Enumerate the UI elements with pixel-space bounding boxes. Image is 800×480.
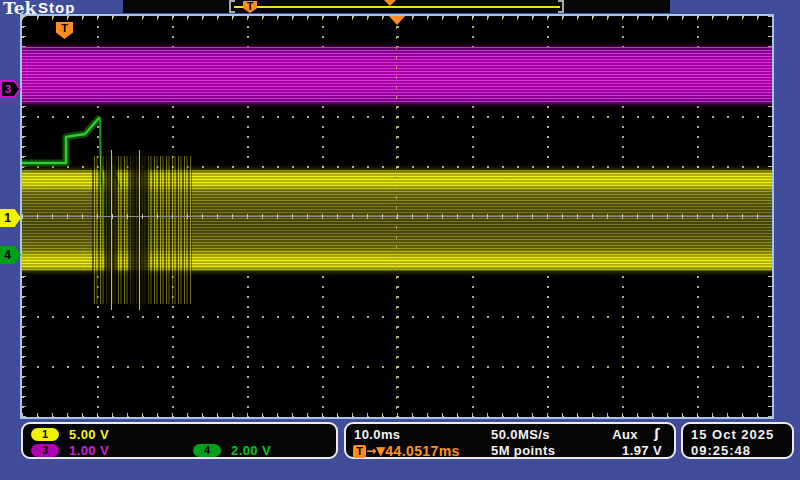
channel3-position-marker[interactable]: 3 [0,80,21,98]
trigger-delay-readout: T → ▼ 44.0517ms [353,443,460,459]
oscilloscope-screen: Tek Stop T [0,0,800,480]
channel1-dropout [104,150,118,310]
channel1-spike [139,150,140,310]
horizontal-trigger-readout-box[interactable]: 10.0ms 50.0MS/s Aux ʃ T → ▼ 44.0517ms 5M… [344,422,676,459]
channel1-badge[interactable]: 1 [31,428,59,441]
expansion-point-triangle-icon[interactable] [389,16,405,25]
channel1-spike [111,150,112,310]
channel4-badge[interactable]: 4 [193,444,221,457]
trigger-delay-triangle-icon: ▼ [376,444,385,458]
channel-readout-box[interactable]: 1 5.00 V 3 1.00 V 4 2.00 V [21,422,338,459]
window-bracket-right-icon[interactable] [558,0,564,13]
record-length-readout: 5M points [491,443,555,458]
channel3-scale: 1.00 V [69,443,109,458]
trigger-arrow-icon: → [366,444,376,458]
channel3-badge[interactable]: 3 [31,444,59,457]
channel3-marker-label: 3 [2,82,14,96]
graticule-frame: T [20,14,774,419]
waveform-display: T [22,16,772,417]
trigger-level-readout: 1.97 V [622,443,662,458]
channel4-position-marker[interactable]: 4 [0,246,21,264]
channel3-position-marker-inner: 3 [2,82,19,96]
datetime-box: 15 Oct 2025 09:25:48 [681,422,794,459]
channel4-scale: 2.00 V [231,443,271,458]
trigger-source-readout: Aux [612,427,638,442]
window-bracket-left-icon[interactable] [229,0,235,13]
record-window-line[interactable] [234,6,560,8]
center-gridline-ticks [22,214,772,219]
trigger-slope-icon: ʃ [654,426,660,441]
channel4-marker-label: 4 [0,246,15,264]
record-expansion-triangle-icon[interactable] [384,0,396,6]
record-trigger-marker-icon[interactable]: T [243,1,257,13]
sample-rate-readout: 50.0MS/s [491,427,550,442]
record-view-bar[interactable]: T [123,0,670,13]
channel1-position-marker[interactable]: 1 [0,209,21,227]
channel1-dropout [127,150,151,310]
channel1-scale: 5.00 V [69,427,109,442]
time-readout: 09:25:48 [691,443,751,458]
trigger-delay-value: 44.0517ms [385,443,459,459]
timebase-readout: 10.0ms [354,427,401,442]
date-readout: 15 Oct 2025 [691,427,774,442]
channel1-marker-label: 1 [0,209,15,227]
trigger-t-badge-icon: T [353,445,366,458]
